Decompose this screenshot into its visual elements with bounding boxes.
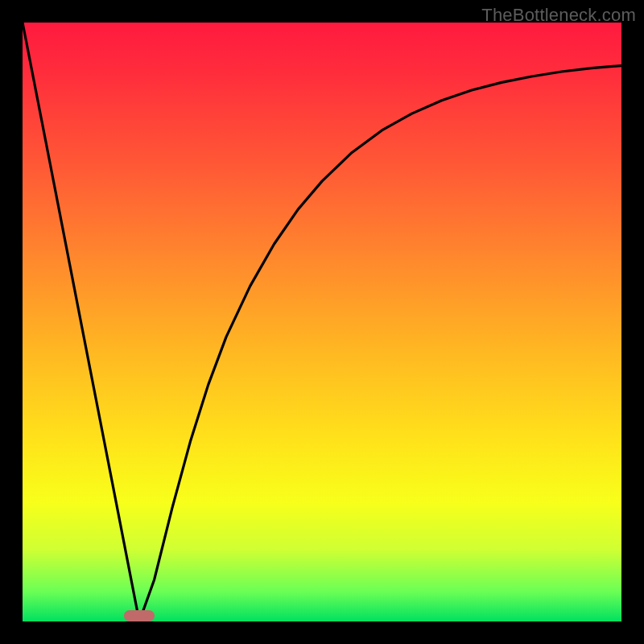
optimum-marker <box>124 610 154 621</box>
chart-frame: TheBottleneck.com <box>0 0 644 644</box>
bottleneck-curve <box>23 23 621 621</box>
watermark-text: TheBottleneck.com <box>481 5 636 26</box>
chart-plot-area <box>23 23 621 621</box>
